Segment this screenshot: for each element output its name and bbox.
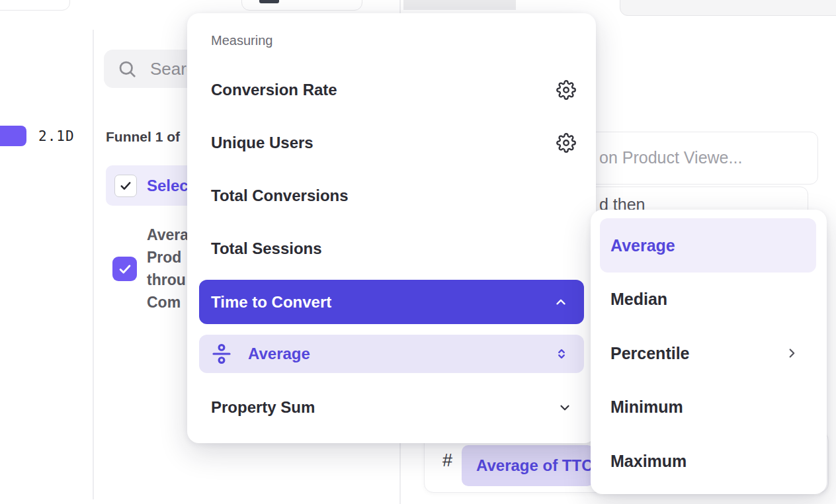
submenu-item-label: Minimum [610,398,683,417]
metric-chip[interactable]: 2.1D [0,126,75,146]
metric-description-line: Com [147,291,188,314]
menu-item-label: Average [248,345,310,363]
gear-icon[interactable] [556,133,576,153]
metric-description: Avera Prod throu Com [147,224,188,314]
metric-color-swatch [0,126,26,146]
submenu-item-label: Median [610,290,667,309]
numeric-type-indicator: # [442,450,452,471]
metric-pill[interactable]: Average of TTC [462,445,594,486]
metric-description-line: throu [147,269,188,291]
chevron-down-icon [558,400,572,415]
aggregation-submenu: Average Median Percentile Minimum Maximu… [591,210,827,494]
submenu-item-median[interactable]: Median [600,273,816,326]
metric-pill-label: Average of TTC [476,456,593,475]
metric-description-line: Avera [147,224,188,246]
menu-item-time-to-convert[interactable]: Time to Convert [199,280,584,324]
top-left-card-fragment [0,0,70,11]
submenu-item-average[interactable]: Average [600,218,816,273]
menu-item-label: Total Conversions [211,187,349,205]
metric-checkbox[interactable] [112,257,137,281]
menu-item-total-conversions[interactable]: Total Conversions [187,169,596,222]
metric-chip-label: 2.1D [38,128,75,144]
submenu-item-percentile[interactable]: Percentile [600,326,816,380]
checkmark-icon [119,179,132,192]
menu-item-label: Unique Users [211,134,314,152]
menu-item-label: Conversion Rate [211,81,337,99]
search-icon [117,59,137,79]
left-pane-divider [93,30,94,499]
menu-item-unique-users[interactable]: Unique Users [187,116,596,169]
funnel-label: Funnel 1 of [106,129,180,145]
checkmark-icon [118,262,132,276]
top-tab-fragment [403,0,516,10]
measuring-dropdown: Measuring Conversion Rate Unique Users T… [187,13,596,443]
chevron-up-down-icon [555,347,568,360]
menu-item-total-sessions[interactable]: Total Sessions [187,222,596,275]
top-right-panel-fragment [620,0,836,16]
metric-description-line: Prod [147,246,188,269]
menu-item-label: Total Sessions [211,239,322,258]
average-icon [211,343,232,364]
submenu-item-label: Maximum [610,452,687,471]
toolbar-icon-fragment [259,0,279,3]
measuring-header: Measuring [211,33,272,48]
submenu-item-label: Average [610,236,675,255]
chevron-right-icon [784,346,799,360]
funnel-analysis-screen: Search 2.1D Funnel 1 of Select Avera Pro… [0,0,836,504]
gear-icon[interactable] [556,80,576,100]
funnel-step-text: on Product Viewe... [599,148,742,167]
submenu-item-maximum[interactable]: Maximum [600,434,816,488]
menu-item-conversion-rate[interactable]: Conversion Rate [187,63,596,116]
select-all-checkbox[interactable] [114,175,137,197]
menu-item-label: Time to Convert [211,293,331,312]
chevron-up-icon [554,295,568,310]
menu-item-label: Property Sum [211,398,315,417]
menu-item-average[interactable]: Average [199,335,584,373]
submenu-item-label: Percentile [610,344,690,363]
menu-item-property-sum[interactable]: Property Sum [187,381,596,434]
submenu-item-minimum[interactable]: Minimum [600,380,816,434]
